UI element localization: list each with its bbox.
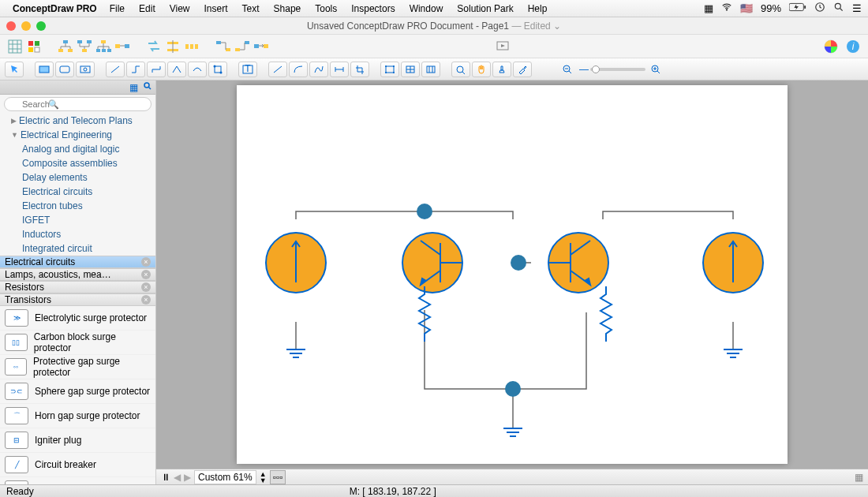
node3-tool[interactable] — [421, 62, 440, 77]
close-icon[interactable]: × — [141, 282, 151, 292]
clock-icon[interactable] — [814, 2, 825, 15]
tree-item[interactable]: ▶Electric and Telecom Plans — [0, 114, 155, 128]
present-icon[interactable] — [494, 38, 511, 55]
menu-help[interactable]: Help — [522, 2, 554, 16]
connector6-tool[interactable] — [208, 62, 227, 77]
category-lamps[interactable]: Lamps, acoustics, mea…× — [0, 268, 155, 281]
tree-child[interactable]: IGFET — [0, 213, 155, 227]
crop-tool[interactable] — [350, 62, 369, 77]
tree-icon[interactable] — [95, 38, 112, 55]
connector4-tool[interactable] — [167, 62, 186, 77]
rect-tool[interactable] — [35, 62, 54, 77]
zoom-slider[interactable] — [590, 68, 645, 71]
close-icon[interactable]: × — [141, 295, 151, 305]
tree-child[interactable]: Electrical circuits — [0, 185, 155, 199]
menu-solution-park[interactable]: Solution Park — [451, 2, 519, 16]
tree-child[interactable]: Delay elements — [0, 170, 155, 185]
close-window-button[interactable] — [6, 21, 16, 31]
library-item[interactable]: ▯▯Carbon block surge protector — [0, 331, 155, 355]
library-item[interactable]: ⊃⊂Sphere gap surge protector — [0, 379, 155, 404]
search-input[interactable] — [4, 97, 152, 111]
line-tool[interactable] — [268, 62, 287, 77]
category-electrical-circuits[interactable]: Electrical circuits× — [0, 256, 155, 268]
library-item[interactable]: ╱Circuit breaker — [0, 453, 155, 477]
drawing-canvas[interactable] — [237, 85, 788, 464]
tree-child[interactable]: Electron tubes — [0, 199, 155, 213]
library-item[interactable]: ◦◦Protective gap surge protector — [0, 355, 155, 379]
measure-tool[interactable] — [330, 62, 349, 77]
next-page-icon[interactable]: ▶ — [184, 472, 191, 483]
menu-edit[interactable]: Edit — [133, 2, 162, 16]
minimize-window-button[interactable] — [21, 21, 31, 31]
stamp-tool[interactable] — [492, 62, 511, 77]
chain-icon[interactable] — [114, 38, 131, 55]
connector2-tool[interactable] — [126, 62, 145, 77]
align-icon[interactable] — [164, 38, 181, 55]
flag-icon[interactable]: 🇺🇸 — [740, 2, 753, 14]
eyedropper-tool[interactable] — [513, 62, 532, 77]
wifi-icon[interactable] — [721, 2, 732, 15]
title-dropdown-icon[interactable]: ⌄ — [553, 21, 561, 32]
menu-window[interactable]: Window — [403, 2, 450, 16]
info-icon[interactable]: i — [844, 38, 862, 55]
library-item[interactable]: ≫Electrolytic surge protector — [0, 306, 155, 331]
colors-icon[interactable] — [25, 38, 43, 55]
tree-child[interactable]: Inductors — [0, 227, 155, 241]
org-chart-icon[interactable] — [76, 38, 93, 55]
swap-icon[interactable] — [145, 38, 163, 55]
color-wheel-icon[interactable] — [822, 38, 840, 55]
menu-view[interactable]: View — [163, 2, 196, 16]
zoom-window-button[interactable] — [36, 21, 46, 31]
hand-tool[interactable] — [472, 62, 491, 77]
library-item-selected[interactable]: ●Junction — [0, 477, 155, 484]
flow1-icon[interactable] — [215, 38, 232, 55]
battery-icon[interactable] — [789, 2, 806, 14]
close-icon[interactable]: × — [141, 257, 151, 267]
flow3-icon[interactable] — [253, 38, 270, 55]
menu-insert[interactable]: Insert — [198, 2, 234, 16]
connector5-tool[interactable] — [188, 62, 207, 77]
menu-inspectors[interactable]: Inspectors — [345, 2, 401, 16]
library-item[interactable]: ⌒Horn gap surge protector — [0, 404, 155, 428]
flow2-icon[interactable] — [234, 38, 251, 55]
text-tool[interactable]: T — [238, 62, 257, 77]
tree-child[interactable]: Integrated circuit — [0, 241, 155, 256]
library-item[interactable]: ⊟Igniter plug — [0, 428, 155, 453]
prev-page-icon[interactable]: ◀ — [174, 472, 181, 483]
tree-child[interactable]: Composite assemblies — [0, 156, 155, 170]
zoom-out-button[interactable] — [559, 62, 578, 77]
distribute-icon[interactable] — [183, 38, 200, 55]
tree-child[interactable]: Analog and digital logic — [0, 142, 155, 156]
category-resistors[interactable]: Resistors× — [0, 281, 155, 293]
curve-tool[interactable] — [309, 62, 328, 77]
zoom-tool[interactable] — [451, 62, 470, 77]
zoom-in-button[interactable] — [647, 62, 666, 77]
view-mode-icon[interactable]: ▦ — [855, 472, 863, 483]
connector3-tool[interactable] — [147, 62, 166, 77]
page-tabs[interactable]: ▫▫▫ — [270, 470, 286, 484]
search-toggle-icon[interactable] — [143, 81, 152, 93]
menu-file[interactable]: File — [103, 2, 131, 16]
tree-item[interactable]: ▼Electrical Engineering — [0, 128, 155, 142]
pause-icon[interactable]: ⏸ — [161, 472, 170, 483]
hierarchy-icon[interactable] — [57, 38, 74, 55]
grid-view-icon[interactable]: ▦ — [129, 82, 138, 93]
grid-icon[interactable] — [6, 38, 24, 55]
connector1-tool[interactable] — [106, 62, 125, 77]
menu-tools[interactable]: Tools — [309, 2, 343, 16]
category-transistors[interactable]: Transistors× — [0, 293, 155, 306]
app-name[interactable]: ConceptDraw PRO — [13, 3, 97, 14]
zoom-level[interactable]: Custom 61% — [194, 470, 256, 484]
control-center-icon[interactable]: ▦ — [704, 2, 713, 14]
node2-tool[interactable] — [401, 62, 420, 77]
close-icon[interactable]: × — [141, 270, 151, 279]
rounded-rect-tool[interactable] — [55, 62, 74, 77]
menu-text[interactable]: Text — [236, 2, 266, 16]
zoom-stepper-icon[interactable]: ▲▼ — [260, 471, 267, 484]
menu-list-icon[interactable]: ☰ — [852, 2, 862, 14]
pointer-tool[interactable] — [5, 62, 24, 77]
shape-tool[interactable] — [76, 62, 95, 77]
menu-shape[interactable]: Shape — [268, 2, 308, 16]
arc-tool[interactable] — [289, 62, 308, 77]
node1-tool[interactable] — [380, 62, 399, 77]
